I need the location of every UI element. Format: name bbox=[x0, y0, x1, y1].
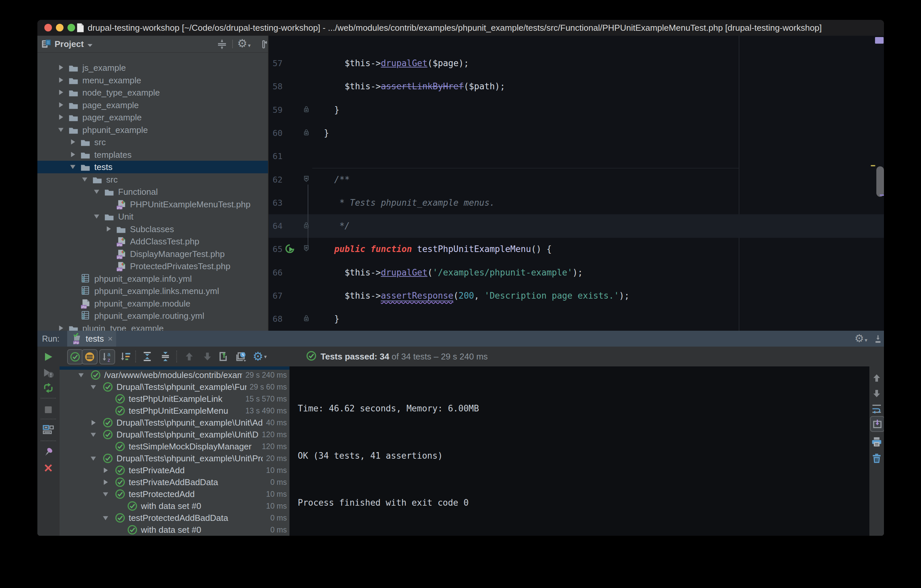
rerun-failed-tests-button[interactable] bbox=[42, 366, 55, 379]
test-tree-item[interactable]: Drupal\Tests\phpunit_example\Unit\Displa… bbox=[60, 429, 290, 440]
tree-expanded-arrow-icon[interactable] bbox=[80, 175, 89, 185]
scroll-down-button[interactable] bbox=[870, 387, 883, 400]
run-tab-tests[interactable]: php tests × bbox=[67, 331, 116, 347]
close-tab-icon[interactable]: × bbox=[106, 335, 114, 343]
project-tree-item[interactable]: phpunit_example.links.menu.yml bbox=[37, 285, 268, 297]
project-tree-item[interactable]: js_example bbox=[37, 62, 268, 74]
show-ignored-button[interactable] bbox=[82, 349, 98, 364]
editor-scrollbar-thumb[interactable] bbox=[876, 166, 884, 197]
tree-collapsed-arrow-icon[interactable] bbox=[68, 150, 77, 161]
project-tree-item[interactable]: phpDisplayManagerTest.php bbox=[37, 248, 268, 260]
close-window-button[interactable] bbox=[44, 24, 52, 31]
test-tree-item[interactable]: testPhpUnitExampleMenu13 s 490 ms bbox=[60, 405, 290, 417]
project-tree-item[interactable]: phpProtectedPrivatesTest.php bbox=[37, 260, 268, 273]
tree-expanded-arrow-icon[interactable] bbox=[89, 454, 98, 464]
test-tree-item[interactable]: with data set #010 ms bbox=[60, 500, 290, 512]
project-tree-item[interactable]: Subclasses bbox=[37, 223, 268, 236]
project-tree-item[interactable]: plugin_type_example bbox=[37, 322, 268, 331]
scroll-up-button[interactable] bbox=[870, 371, 883, 385]
tree-collapsed-arrow-icon[interactable] bbox=[56, 88, 65, 98]
tree-expanded-arrow-icon[interactable] bbox=[56, 125, 65, 136]
hide-panel-icon[interactable] bbox=[257, 39, 268, 51]
fold-end-icon[interactable] bbox=[303, 221, 310, 231]
fold-end-icon[interactable] bbox=[303, 314, 310, 324]
test-tree-item[interactable]: testProtectedAdd10 ms bbox=[60, 488, 290, 500]
tree-collapsed-arrow-icon[interactable] bbox=[104, 224, 113, 235]
scroll-to-end-button[interactable] bbox=[870, 416, 884, 432]
project-tree-item[interactable]: phpunit_example.routing.yml bbox=[37, 310, 268, 322]
fold-end-icon[interactable] bbox=[303, 128, 310, 138]
tree-collapsed-arrow-icon[interactable] bbox=[56, 100, 65, 111]
collapse-all-button[interactable] bbox=[158, 349, 173, 364]
test-tree-item[interactable]: testPrivateAdd10 ms bbox=[60, 464, 290, 476]
tree-collapsed-arrow-icon[interactable] bbox=[68, 137, 77, 148]
sort-alphabetically-button[interactable]: az bbox=[99, 349, 115, 364]
tree-collapsed-arrow-icon[interactable] bbox=[56, 112, 65, 123]
sort-by-duration-button[interactable] bbox=[118, 349, 133, 364]
test-tree-item[interactable]: testSimpleMockDisplayManager120 ms bbox=[60, 440, 290, 452]
tree-collapsed-arrow-icon[interactable] bbox=[101, 478, 110, 488]
project-tree-item[interactable]: templates bbox=[37, 148, 268, 161]
project-tree-item[interactable]: pager_example bbox=[37, 111, 268, 124]
project-tree-item[interactable]: src bbox=[37, 136, 268, 148]
restore-layout-button[interactable] bbox=[42, 423, 55, 436]
print-button[interactable] bbox=[870, 435, 883, 448]
options-button[interactable]: ⚙▾ bbox=[252, 349, 267, 364]
project-tree-item[interactable]: node_type_example bbox=[37, 86, 268, 99]
test-tree-item[interactable]: Drupal\Tests\phpunit_example\Functional\… bbox=[60, 381, 290, 393]
expand-all-button[interactable] bbox=[140, 349, 155, 364]
project-tree-item[interactable]: menu_example bbox=[37, 74, 268, 87]
info-stripe-mark[interactable] bbox=[880, 195, 884, 196]
test-console[interactable]: Time: 46.62 seconds, Memory: 6.00MB OK (… bbox=[290, 366, 869, 536]
project-tree-item[interactable]: phpunit_example.info.yml bbox=[37, 273, 268, 285]
test-tree-item[interactable]: with data set #00 ms bbox=[60, 524, 290, 536]
fold-region-icon[interactable] bbox=[303, 244, 310, 254]
project-tree-item[interactable]: Unit bbox=[37, 210, 268, 223]
inspection-indicator[interactable] bbox=[875, 37, 884, 44]
test-tree-item[interactable]: /var/www/web/modules/contrib/examples/ph… bbox=[60, 369, 290, 381]
hide-run-panel-icon[interactable] bbox=[873, 334, 883, 345]
warning-stripe-mark[interactable] bbox=[871, 165, 875, 166]
gear-icon[interactable]: ⚙▾ bbox=[237, 38, 251, 49]
test-tree-item[interactable]: Drupal\Tests\phpunit_example\Unit\AddCla… bbox=[60, 417, 290, 429]
stop-button[interactable] bbox=[42, 403, 55, 416]
tree-expanded-arrow-icon[interactable] bbox=[68, 162, 77, 173]
project-tree-item[interactable]: phpAddClassTest.php bbox=[37, 235, 268, 248]
tree-expanded-arrow-icon[interactable] bbox=[92, 212, 101, 222]
tree-collapsed-arrow-icon[interactable] bbox=[56, 75, 65, 86]
fold-region-icon[interactable] bbox=[303, 175, 310, 185]
tree-collapsed-arrow-icon[interactable] bbox=[89, 418, 98, 429]
use-soft-wraps-button[interactable] bbox=[870, 402, 883, 415]
test-tree-item[interactable]: testPhpUnitExampleLink15 s 570 ms bbox=[60, 393, 290, 405]
tree-expanded-arrow-icon[interactable] bbox=[89, 430, 98, 440]
toggle-auto-test-button[interactable] bbox=[42, 382, 55, 394]
run-test-gutter-icon[interactable] bbox=[285, 244, 295, 255]
fold-end-icon[interactable] bbox=[303, 105, 310, 115]
rerun-tests-button[interactable] bbox=[42, 351, 55, 363]
previous-failed-test-button[interactable] bbox=[182, 349, 197, 364]
minimize-window-button[interactable] bbox=[56, 24, 63, 31]
tree-expanded-arrow-icon[interactable] bbox=[76, 370, 86, 381]
project-tree-item[interactable]: phpphpunit_example.module bbox=[37, 297, 268, 310]
tree-expanded-arrow-icon[interactable] bbox=[101, 513, 110, 524]
import-test-results-button[interactable] bbox=[216, 349, 231, 364]
project-tree-item[interactable]: phpPHPUnitExampleMenuTest.php bbox=[37, 198, 268, 211]
test-tree-item[interactable]: testProtectedAddBadData0 ms bbox=[60, 512, 290, 524]
project-tree-item[interactable]: Functional bbox=[37, 185, 268, 198]
project-tree-item[interactable]: phpunit_example bbox=[37, 124, 268, 136]
test-tree-item[interactable]: testPrivateAddBadData0 ms bbox=[60, 476, 290, 488]
tree-collapsed-arrow-icon[interactable] bbox=[56, 323, 65, 331]
project-tree-item[interactable]: page_example bbox=[37, 99, 268, 112]
pin-tab-button[interactable] bbox=[42, 446, 55, 458]
code-editor[interactable]: 57 $this->drupalGet($page);58 $this->ass… bbox=[268, 36, 884, 331]
project-tree-item[interactable]: src bbox=[37, 173, 268, 186]
tree-expanded-arrow-icon[interactable] bbox=[92, 187, 101, 197]
chevron-down-icon[interactable] bbox=[87, 43, 93, 49]
show-passed-button[interactable] bbox=[67, 349, 83, 364]
run-settings-gear-icon[interactable]: ⚙▾ bbox=[854, 333, 867, 343]
tree-collapsed-arrow-icon[interactable] bbox=[56, 63, 65, 73]
next-failed-test-button[interactable] bbox=[200, 349, 215, 364]
tree-collapsed-arrow-icon[interactable] bbox=[101, 466, 110, 476]
project-tree-item[interactable]: tests bbox=[37, 161, 268, 173]
test-history-button[interactable] bbox=[234, 349, 248, 364]
